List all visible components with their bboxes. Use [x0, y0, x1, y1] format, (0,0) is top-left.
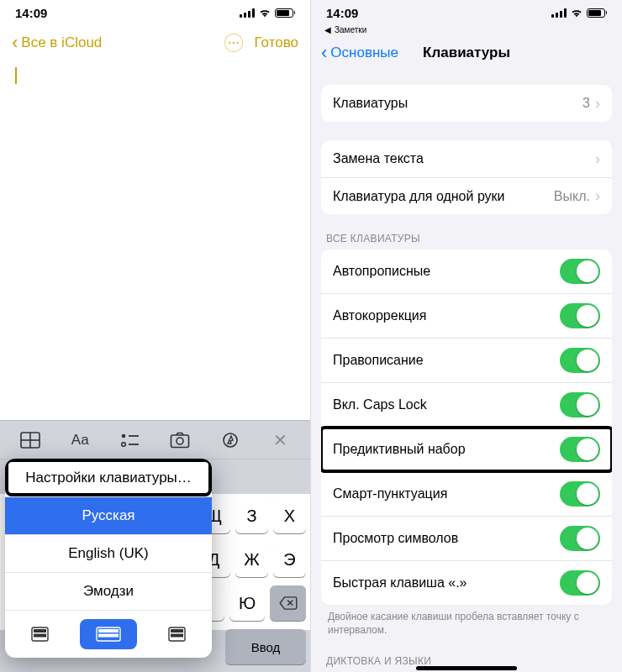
row-text-replacement[interactable]: Замена текста ›: [321, 140, 612, 177]
toggle-switch[interactable]: [560, 348, 600, 373]
phone-settings: 14:09 ◀ Заметки ‹ Основные Клавиатуры Кл…: [311, 0, 622, 672]
row-toggle[interactable]: Предиктивный набор: [321, 427, 612, 471]
row-toggle[interactable]: Правописание: [321, 338, 612, 382]
keyboard-settings-item[interactable]: Настройки клавиатуры…: [5, 459, 212, 496]
settings-content[interactable]: Клавиатуры 3 › Замена текста › Клавиатур…: [311, 70, 622, 672]
home-indicator: [416, 666, 517, 670]
key[interactable]: Ю: [229, 585, 266, 621]
chevron-left-icon: ◀: [324, 25, 331, 34]
group-header: ВСЕ КЛАВИАТУРЫ: [311, 233, 622, 249]
svg-rect-7: [171, 435, 189, 448]
keyboard-switcher-popover: Настройки клавиатуры… Русская English (U…: [5, 459, 212, 658]
chevron-left-icon: ‹: [321, 44, 327, 62]
cellular-icon: [240, 8, 255, 18]
row-toggle[interactable]: Быстрая клавиша «.»: [321, 560, 612, 605]
chevron-right-icon: ›: [595, 95, 600, 113]
key[interactable]: Х: [273, 498, 306, 533]
row-label: Клавиатура для одной руки: [333, 189, 554, 204]
toggle-switch[interactable]: [560, 392, 600, 417]
group-all-keyboards: ВСЕ КЛАВИАТУРЫ АвтопрописныеАвтокоррекци…: [311, 233, 622, 637]
wifi-icon: [258, 8, 271, 18]
group-keyboards: Клавиатуры 3 ›: [311, 85, 622, 122]
chevron-right-icon: ›: [595, 150, 600, 168]
svg-point-3: [121, 433, 125, 438]
settings-nav: ‹ Основные Клавиатуры: [311, 36, 622, 70]
phone-notes: 14:09 ‹ Все в iCloud ⋯ Готово Aa ✕: [0, 0, 311, 672]
svg-point-9: [224, 433, 237, 447]
close-icon[interactable]: ✕: [264, 428, 296, 453]
layout-full-button[interactable]: [80, 619, 138, 649]
row-keyboards[interactable]: Клавиатуры 3 ›: [321, 85, 612, 122]
suggestion-3[interactable]: [207, 459, 310, 494]
row-label: Смарт-пунктуация: [333, 486, 560, 501]
note-body[interactable]: [0, 84, 310, 420]
svg-point-4: [121, 442, 125, 446]
camera-icon[interactable]: [164, 428, 196, 453]
row-toggle[interactable]: Автопрописные: [321, 249, 612, 293]
battery-icon: [587, 8, 608, 18]
toggle-switch[interactable]: [560, 259, 600, 284]
row-label: Просмотр символов: [333, 531, 560, 546]
breadcrumb-label: Заметки: [335, 25, 366, 34]
back-button[interactable]: ‹ Все в iCloud: [12, 34, 102, 52]
row-label: Правописание: [333, 353, 560, 368]
keyboard-option-emoji[interactable]: Эмодзи: [5, 572, 212, 610]
layout-left-button[interactable]: [15, 619, 73, 649]
header-actions: ⋯ Готово: [224, 34, 299, 52]
back-button[interactable]: ‹ Основные: [321, 44, 398, 62]
row-label: Автокоррекция: [333, 308, 560, 323]
row-one-handed[interactable]: Клавиатура для одной руки Выкл. ›: [321, 177, 612, 214]
text-format-icon[interactable]: Aa: [64, 428, 96, 453]
row-label: Клавиатуры: [333, 96, 582, 111]
done-button[interactable]: Готово: [255, 34, 299, 51]
group-footer: Двойное касание клавиши пробела вставляе…: [311, 605, 622, 637]
row-toggle[interactable]: Просмотр символов: [321, 516, 612, 560]
key[interactable]: Ж: [235, 542, 268, 577]
svg-rect-14: [98, 629, 119, 633]
wifi-icon: [570, 8, 583, 18]
text-cursor: [15, 67, 17, 84]
chevron-left-icon: ‹: [12, 34, 18, 52]
key[interactable]: З: [235, 498, 268, 533]
row-label: Быстрая клавиша «.»: [333, 575, 560, 591]
toggle-switch[interactable]: [560, 303, 600, 328]
markup-icon[interactable]: [214, 428, 246, 453]
notes-header: ‹ Все в iCloud ⋯ Готово: [0, 25, 310, 60]
chevron-right-icon: ›: [595, 187, 600, 205]
toggle-switch[interactable]: [560, 526, 600, 551]
enter-key[interactable]: Ввод: [225, 629, 306, 664]
back-label: Все в iCloud: [21, 34, 102, 51]
table-icon[interactable]: [14, 428, 46, 453]
battery-icon: [275, 8, 296, 18]
row-label: Вкл. Caps Lock: [333, 397, 560, 412]
svg-rect-17: [171, 629, 183, 633]
keyboard-body: Да Ш Щ З Х Л Д Ж Э Б Ю: [0, 459, 310, 630]
keyboard: Aa ✕ Да Ш Щ З Х Л: [0, 420, 310, 672]
backspace-key[interactable]: [270, 585, 306, 621]
row-label: Автопрописные: [333, 264, 560, 279]
toggle-switch[interactable]: [560, 437, 600, 462]
toggle-switch[interactable]: [560, 481, 600, 507]
keyboard-layout-row: [5, 610, 212, 658]
status-bar: 14:09: [311, 0, 622, 25]
row-toggle[interactable]: Вкл. Caps Lock: [321, 382, 612, 427]
row-label: Замена текста: [333, 151, 595, 166]
layout-right-button[interactable]: [144, 619, 202, 649]
more-icon[interactable]: ⋯: [224, 34, 243, 52]
keyboard-toolbar: Aa ✕: [0, 420, 310, 459]
svg-rect-15: [98, 634, 119, 638]
list-icon[interactable]: [114, 428, 146, 453]
svg-rect-12: [34, 634, 46, 638]
keyboard-option-russian[interactable]: Русская: [5, 496, 212, 534]
keyboard-option-english[interactable]: English (UK): [5, 534, 212, 572]
key[interactable]: Э: [273, 542, 306, 577]
breadcrumb[interactable]: ◀ Заметки: [311, 25, 622, 36]
row-toggle[interactable]: Автокоррекция: [321, 293, 612, 338]
svg-rect-18: [171, 634, 183, 638]
status-icons: [551, 8, 608, 18]
row-value: 3: [582, 96, 590, 111]
row-toggle[interactable]: Смарт-пунктуация: [321, 471, 612, 516]
toggle-switch[interactable]: [560, 570, 600, 596]
status-time: 14:09: [15, 6, 47, 20]
cellular-icon: [551, 8, 567, 18]
